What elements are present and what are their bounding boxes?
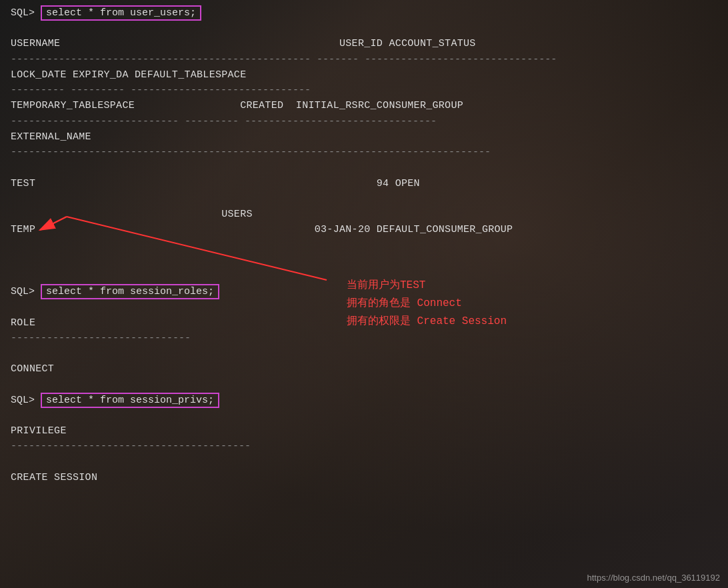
sql-line-2: SQL> select * from session_roles; <box>11 284 717 299</box>
blank-9 <box>11 377 717 393</box>
sql-line-1: SQL> select * from user_users; <box>11 5 717 21</box>
watermark: https://blog.csdn.net/qq_36119192 <box>587 573 721 583</box>
command-1: select * from user_users; <box>41 5 201 21</box>
blank-7 <box>11 299 717 315</box>
sep-priv: ---------------------------------------- <box>11 439 717 454</box>
data-temp: TEMP 03-JAN-20 DEFAULT_CONSUMER_GROUP <box>11 222 717 237</box>
header-role: ROLE <box>11 315 717 331</box>
blank-11 <box>11 455 717 470</box>
blank-3 <box>11 191 717 207</box>
header-username: USERNAME USER_ID ACCOUNT_STATUS <box>11 36 717 51</box>
prompt-3: SQL> <box>11 395 41 406</box>
header-temporary: TEMPORARY_TABLESPACE CREATED INITIAL_RSR… <box>11 98 717 113</box>
blank-6 <box>11 269 717 284</box>
blank-4 <box>11 238 717 253</box>
blank-8 <box>11 346 717 361</box>
terminal-content: SQL> select * from user_users; USERNAME … <box>0 0 728 588</box>
prompt-1: SQL> <box>11 7 41 19</box>
command-3: select * from session_privs; <box>41 393 219 408</box>
data-users: USERS <box>11 207 717 222</box>
header-lockdate: LOCK_DATE EXPIRY_DA DEFAULT_TABLESPACE <box>11 67 717 83</box>
prompt-2: SQL> <box>11 286 41 297</box>
header-privilege: PRIVILEGE <box>11 423 717 439</box>
blank-5 <box>11 253 717 269</box>
sep-3: ---------------------------- --------- -… <box>11 114 717 129</box>
header-external: EXTERNAL_NAME <box>11 129 717 145</box>
blank-2 <box>11 160 717 175</box>
data-create-session: CREATE SESSION <box>11 470 717 485</box>
sep-4: ----------------------------------------… <box>11 145 717 160</box>
sep-1: ----------------------------------------… <box>11 52 717 67</box>
command-2: select * from session_roles; <box>41 284 219 299</box>
sep-2: --------- --------- --------------------… <box>11 83 717 98</box>
data-test: TEST 94 OPEN <box>11 176 717 191</box>
sep-role: ------------------------------ <box>11 331 717 346</box>
sql-line-3: SQL> select * from session_privs; <box>11 393 717 408</box>
data-connect: CONNECT <box>11 361 717 377</box>
blank-10 <box>11 408 717 423</box>
blank-1 <box>11 21 717 36</box>
